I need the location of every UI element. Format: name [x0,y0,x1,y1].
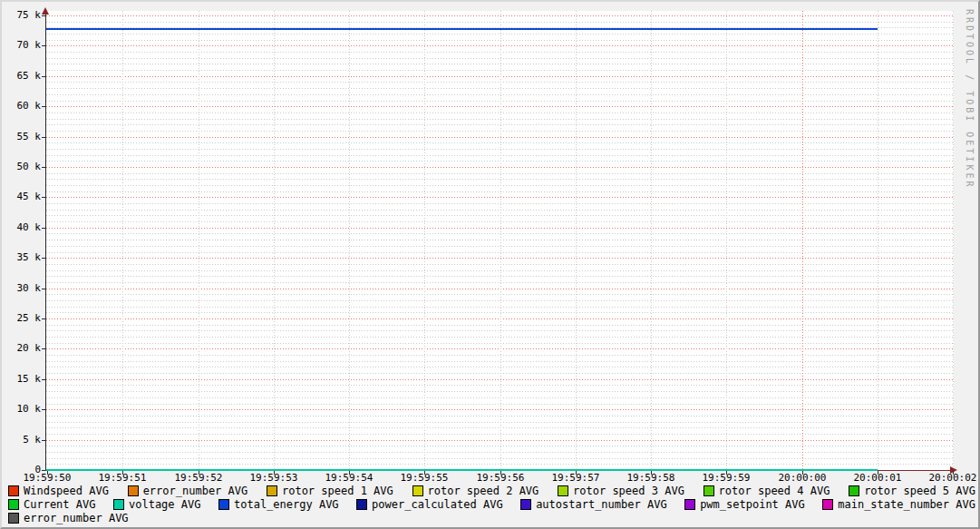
gridline-v-minor [274,11,275,470]
y-tick-label: 45 k [2,191,41,202]
y-tick-label: 15 k [2,374,41,385]
watermark-vertical-text: RRDTOOL / TOBI OETIKER [965,9,975,189]
legend-item: power_calculated AVG [356,498,503,511]
y-tick-label: 5 k [2,435,41,446]
x-tick-label: 19:59:54 [311,473,387,484]
y-tick-label: 65 k [2,71,41,82]
legend-swatch [8,499,19,510]
gridline-v-minor [726,11,727,470]
legend-label: error_number AVG [24,512,129,524]
y-tick-mark [42,167,45,168]
legend-swatch [8,485,19,496]
legend-item: autostart_number AVG [520,498,667,511]
y-tick-label: 40 k [2,222,41,233]
gridline-v-minor [424,11,425,470]
legend-row-3: error_number AVG [2,512,980,524]
legend-label: rotor speed 4 AVG [719,485,830,497]
y-tick-mark [42,409,45,410]
legend-swatch [113,499,124,510]
legend-label: error_number AVG [143,485,248,497]
y-tick-label: 60 k [2,101,41,112]
gridline-v-minor [500,11,501,470]
y-tick-label: 10 k [2,404,41,415]
y-tick-label: 0 [2,465,41,475]
legend-label: voltage AVG [129,498,200,511]
y-axis [45,14,46,471]
y-tick-mark [42,197,45,198]
legend-row-1: Windspeed AVGerror_number AVGrotor speed… [2,485,980,497]
y-tick-mark [42,106,45,107]
legend-item: total_energy AVG [218,498,339,511]
legend-item: Current AVG [8,498,95,511]
y-tick-label: 35 k [2,252,41,263]
legend-item: rotor speed 5 AVG [849,485,975,497]
y-tick-label: 20 k [2,343,41,354]
legend-label: Current AVG [24,498,95,511]
legend-item: rotor speed 4 AVG [703,485,830,497]
gridline-v-minor [576,11,577,470]
y-tick-mark [42,318,45,319]
x-tick-label: 19:59:52 [160,473,237,484]
y-tick-mark [42,45,45,46]
gridline-v-minor [349,11,350,470]
x-tick-label: 19:59:58 [613,473,689,484]
y-tick-label: 25 k [2,313,41,324]
x-tick-label: 20:00:01 [839,473,916,484]
series-line [46,469,878,471]
x-tick-label: 19:59:51 [84,473,160,484]
legend-swatch [412,485,423,496]
y-tick-label: 30 k [2,283,41,294]
y-tick-mark [42,379,45,380]
legend-label: rotor speed 2 AVG [428,485,539,497]
legend-label: rotor speed 3 AVG [573,485,684,497]
legend-item: main_state_number AVG [822,498,975,511]
y-tick-mark [42,228,45,229]
x-tick-label: 19:59:57 [538,473,614,484]
legend-row-2: Current AVGvoltage AVGtotal_energy AVGpo… [2,498,980,511]
rrdtool-graph: RRDTOOL / TOBI OETIKER Windspeed AVGerro… [0,0,980,529]
legend-item: pwm_setpoint AVG [684,498,805,511]
gridline-v-major [802,11,803,470]
x-tick-label: 19:59:55 [386,473,462,484]
y-tick-label: 50 k [2,162,41,172]
y-tick-mark [42,440,45,441]
legend-label: autostart_number AVG [536,498,667,511]
legend-swatch [822,499,833,510]
legend-label: rotor speed 5 AVG [864,485,975,497]
legend-swatch [849,485,859,496]
x-tick-label: 19:59:59 [688,473,764,484]
y-tick-mark [42,76,45,77]
legend-swatch [703,485,714,496]
legend-label: Windspeed AVG [24,485,109,497]
legend-label: main_state_number AVG [838,498,975,511]
y-tick-label: 75 k [2,10,41,21]
gridline-v-minor [651,11,652,470]
legend-swatch [558,485,568,496]
legend-item: rotor speed 1 AVG [267,485,393,497]
legend-item: rotor speed 2 AVG [412,485,539,497]
legend-item: rotor speed 3 AVG [558,485,684,497]
x-tick-label: 20:00:02 [915,473,980,484]
legend-label: pwm_setpoint AVG [700,498,805,511]
legend-label: power_calculated AVG [372,498,503,511]
y-tick-mark [42,15,45,16]
x-tick-label: 19:59:53 [236,473,312,484]
gridline-v-minor [953,11,954,470]
legend-swatch [218,499,229,510]
legend-item: Windspeed AVG [8,485,109,497]
legend-item: voltage AVG [113,498,200,511]
y-tick-label: 70 k [2,40,41,51]
plot-canvas [46,11,954,470]
x-tick-label: 20:00:00 [764,473,840,484]
legend-item: error_number AVG [128,485,248,497]
y-tick-mark [42,137,45,138]
legend-swatch [8,513,19,524]
gridline-v-minor [122,11,123,470]
gridline-v-minor [199,11,199,470]
y-tick-mark [42,348,45,349]
legend-swatch [356,499,367,510]
legend-label: rotor speed 1 AVG [282,485,393,497]
gridline-v-minor [878,11,878,470]
y-tick-mark [42,289,45,289]
x-tick-label: 19:59:56 [462,473,539,484]
